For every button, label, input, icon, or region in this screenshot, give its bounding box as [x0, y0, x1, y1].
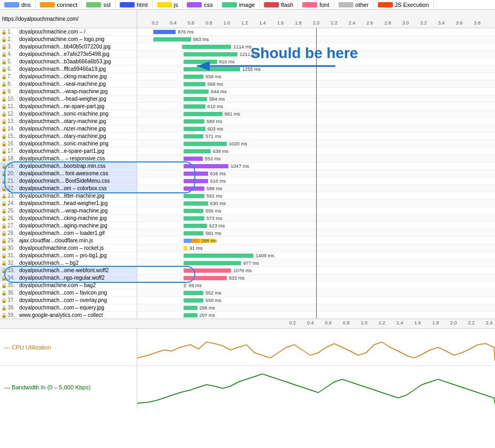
axis-tick-bottom: 2.2: [468, 320, 475, 325]
url-row[interactable]: 🔒16.doyalpouchmach...sonic-machine.png: [0, 140, 137, 148]
url-row[interactable]: 🔒18.doyalpouchmach... – responsive.css: [0, 155, 137, 162]
bar: [184, 172, 208, 176]
url-row[interactable]: 🔒1.doyalpouchmachine.com – /: [0, 28, 137, 36]
row-number: 4.: [7, 51, 18, 57]
tab-label: js: [174, 2, 178, 8]
row-number: 19.: [7, 163, 18, 169]
row-number: 18.: [7, 156, 18, 161]
bar-label: 616 ms: [210, 171, 226, 176]
row-url: doyalpouchmach...com – favicon.png: [19, 290, 107, 296]
url-row[interactable]: 🔒29.ajax.cloudflar...cloudflare.min.js: [0, 237, 137, 245]
url-row[interactable]: 🔒17.doyalpouchmach...e-spare-part1.jpg: [0, 148, 137, 155]
bar: [184, 149, 210, 153]
url-row[interactable]: 🔒11.doyalpouchmach...ne-spare-part.jpg: [0, 103, 137, 110]
url-row[interactable]: 🔒9.doyalpouchmach...-wrap-machine.jpg: [0, 88, 137, 95]
bar: [184, 224, 207, 228]
axis-tick: 2.4: [349, 20, 356, 26]
row-url: doyalpouchmachine.com – logo.png: [19, 36, 104, 42]
axis-tick-bottom: 1.0: [361, 320, 368, 325]
row-number: 38.: [7, 305, 18, 311]
tab-connect[interactable]: connect: [36, 0, 82, 9]
tab-color-image: [222, 2, 237, 7]
tab-image[interactable]: image: [218, 0, 260, 9]
bar-connect: [192, 239, 200, 243]
bar-label: 991 ms: [225, 111, 241, 117]
lock-icon: 🔒: [1, 313, 6, 318]
lock-icon: 🔒: [1, 149, 6, 154]
tab-flash[interactable]: flash: [260, 0, 298, 9]
url-row[interactable]: 🔒32.doyalpouchmach... – bg2: [0, 259, 137, 267]
row-url: doyalpouchmach...aging-machine.jpg: [19, 223, 108, 229]
row-url: doyalpouchmach...-wrap-machine.jpg: [19, 208, 108, 214]
url-row[interactable]: 🔒12.doyalpouchmach...sonic-machine.png: [0, 110, 137, 118]
url-row[interactable]: 🔒24.doyalpouchmach...head-weigher1.jpg: [0, 200, 137, 207]
row-url: doyalpouchmach...bb40b5c07220d.jpg: [19, 44, 111, 50]
tab-other[interactable]: other: [334, 0, 374, 9]
row-number: 8.: [7, 81, 18, 87]
url-list: 🔒1.doyalpouchmachine.com – /🔒2.doyalpouc…: [0, 28, 137, 319]
row-url: doyalpouchmach...head-weigher1.jpg: [19, 200, 108, 206]
row-url: doyalpouchmach...-seal-machine.jpg: [19, 81, 106, 87]
url-row[interactable]: 🔒21.doyalpouchmach... BootSideMenu.css: [0, 177, 137, 185]
row-number: 30.: [7, 245, 18, 251]
bar-label: 1255 ms: [242, 67, 261, 72]
url-row[interactable]: 🔒19.doyalpouchmach...bootstrap.min.css: [0, 162, 137, 170]
url-row[interactable]: 🔒33.doyalpouchmach...ome-webfont.woff2: [0, 267, 137, 274]
tab-dns[interactable]: dns: [0, 0, 36, 9]
url-row[interactable]: 🔒38.doyalpouchmach...com – equery.jpg: [0, 304, 137, 312]
url-row[interactable]: 🔒37.doyalpouchmach...com – overlay.png: [0, 297, 137, 304]
url-row[interactable]: 🔒5.doyalpouchmach...b3aab666a6b53.jpg: [0, 58, 137, 66]
url-row[interactable]: 🔒26.doyalpouchmach...cking-machine.jpg: [0, 215, 137, 222]
bandwidth-section: — Bandwidth In (0 – 5,000 Kbps): [0, 366, 495, 409]
timeline-axis-top: 0.20.40.60.81.01.21.41.61.82.02.22.42.62…: [137, 19, 495, 27]
url-row[interactable]: 🔒2.doyalpouchmachine.com – logo.png: [0, 36, 137, 43]
url-row[interactable]: 🔒28.doyalpouchmach...com – loader1.gif: [0, 230, 137, 237]
url-row[interactable]: 🔒27.doyalpouchmach...aging-machine.jpg: [0, 222, 137, 230]
url-row[interactable]: 🔒36.doyalpouchmach...com – favicon.png: [0, 289, 137, 297]
bar-label: 552 ms: [205, 290, 221, 296]
row-url: doyalpouchmach...com – loader1.gif: [19, 230, 105, 236]
tab-css[interactable]: css: [183, 0, 218, 9]
tab-color-js execution: [378, 2, 393, 7]
tab-font[interactable]: font: [298, 0, 334, 9]
url-row[interactable]: 🔒30.doyalpouchmachine.com – rocket.js: [0, 245, 137, 252]
bar: [184, 283, 186, 288]
url-row[interactable]: 🔒34.doyalpouchmach...ngs-regular.woff2: [0, 274, 137, 282]
lock-icon: 🔒: [1, 59, 6, 64]
lock-icon: 🔒: [1, 44, 6, 50]
url-row[interactable]: 🔒23.doyalpouchmach...litter-machine.jpg: [0, 192, 137, 200]
url-row[interactable]: 🔒22.doyalpouchmach...om – colorbox.css: [0, 185, 137, 192]
url-row[interactable]: 🔒3.doyalpouchmach...bb40b5c07220d.jpg: [0, 43, 137, 51]
row-url: doyalpouchmach...ngs-regular.woff2: [19, 275, 104, 281]
url-row[interactable]: 🔒6.doyalpouchmach...fffca99466a19.jpg: [0, 66, 137, 73]
row-url: doyalpouchmach... – responsive.css: [19, 156, 105, 161]
second-axis-bottom: 0.20.40.60.81.01.21.41.61.82.02.22.42.62…: [0, 319, 495, 329]
lock-icon: 🔒: [1, 283, 6, 288]
tab-ssl[interactable]: ssl: [82, 0, 115, 9]
bar-label: 573 ms: [207, 216, 222, 221]
url-row[interactable]: 🔒35.doyalpouchmachine.com – bag2: [0, 282, 137, 289]
url-row[interactable]: 🔒13.doyalpouchmach...otary-machine.jpg: [0, 118, 137, 125]
row-url: www.google-analytics.com – collect: [19, 312, 103, 318]
url-row[interactable]: 🔒25.doyalpouchmach...-wrap-machine.jpg: [0, 207, 137, 215]
row-url: doyalpouchmachine.com – rocket.js: [19, 245, 104, 251]
lock-icon: 🔒: [1, 208, 6, 214]
tab-js[interactable]: js: [153, 0, 183, 9]
tab-html[interactable]: html: [116, 0, 153, 9]
tab-js-execution[interactable]: JS Execution: [374, 0, 434, 9]
url-row[interactable]: 🔒10.doyalpouchmach...-head-weigher.jpg: [0, 95, 137, 103]
axis-tick: 3.2: [420, 20, 427, 26]
url-row[interactable]: 🔒15.doyalpouchmach...otary-machine.jpg: [0, 133, 137, 140]
cpu-polyline: [137, 342, 495, 361]
tab-label: font: [319, 2, 329, 8]
url-row[interactable]: 🔒8.doyalpouchmach...-seal-machine.jpg: [0, 80, 137, 88]
url-row[interactable]: 🔒4.doyalpouchmach...e7afe273e5498.jpg: [0, 51, 137, 58]
lock-icon: 🔒: [1, 37, 6, 42]
url-row[interactable]: 🔒39.www.google-analytics.com – collect: [0, 312, 137, 319]
url-row[interactable]: 🔒7.doyalpouchmach...cking-machine.jpg: [0, 73, 137, 80]
url-row[interactable]: 🔒31.doyalpouchmach...com – pro-bg1.jpg: [0, 252, 137, 259]
row-number: 16.: [7, 141, 18, 146]
tab-color-other: [339, 2, 353, 7]
url-row[interactable]: 🔒20.doyalpouchmach... font-awesome.css: [0, 170, 137, 177]
url-row[interactable]: 🔒14.doyalpouchmach...nizer-machine.jpg: [0, 125, 137, 133]
